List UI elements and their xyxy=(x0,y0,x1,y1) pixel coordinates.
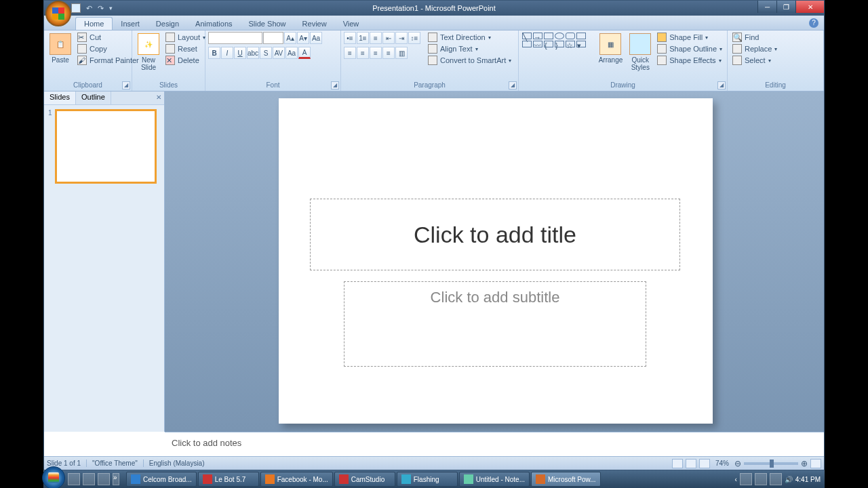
quicklaunch-desktop[interactable] xyxy=(68,473,80,485)
quicklaunch-more[interactable]: » xyxy=(113,473,119,485)
new-slide-button[interactable]: ✨New Slide xyxy=(135,32,162,73)
list-level-button[interactable]: ≡ xyxy=(370,32,382,44)
panel-close-icon[interactable]: ✕ xyxy=(156,94,161,101)
clear-format-button[interactable]: Aa xyxy=(310,32,322,44)
columns-button[interactable]: ▥ xyxy=(395,47,408,59)
taskbar-item[interactable]: Flashing xyxy=(397,472,458,487)
shape-outline-button[interactable]: Shape Outline▾ xyxy=(655,43,724,54)
taskbar-item[interactable]: Celcom Broad... xyxy=(126,472,197,487)
justify-button[interactable]: ≡ xyxy=(382,47,395,59)
clipboard-launcher[interactable]: ◢ xyxy=(122,81,130,89)
italic-button[interactable]: I xyxy=(221,47,233,59)
replace-button[interactable]: Replace▾ xyxy=(730,43,779,54)
delete-button[interactable]: ✕Delete xyxy=(163,55,208,66)
tab-review[interactable]: Review xyxy=(294,18,335,30)
save-icon[interactable] xyxy=(71,3,81,13)
undo-icon[interactable]: ↶ xyxy=(86,4,92,13)
tray-icon-1[interactable] xyxy=(740,473,752,485)
maximize-button[interactable]: ❐ xyxy=(776,1,795,13)
spacing-button[interactable]: AV xyxy=(273,47,285,59)
copy-button[interactable]: Copy xyxy=(75,43,141,54)
drawing-launcher[interactable]: ◢ xyxy=(717,81,726,89)
taskbar-item[interactable]: Untitled - Note... xyxy=(459,472,530,487)
status-language[interactable]: English (Malaysia) xyxy=(149,460,205,467)
title-placeholder[interactable]: Click to add title xyxy=(310,199,680,270)
redo-icon[interactable]: ↷ xyxy=(98,4,104,13)
dec-indent-button[interactable]: ⇤ xyxy=(382,32,395,44)
case-button[interactable]: Aa xyxy=(285,47,298,59)
taskbar-item[interactable]: Facebook - Mo... xyxy=(260,472,333,487)
tab-slideshow[interactable]: Slide Show xyxy=(241,18,294,30)
quicklaunch-explorer[interactable] xyxy=(83,473,95,485)
paragraph-launcher[interactable]: ◢ xyxy=(509,81,517,89)
taskbar-item[interactable]: CamStudio xyxy=(334,472,395,487)
tray-icon-3[interactable] xyxy=(770,473,782,485)
font-size-select[interactable] xyxy=(263,32,283,44)
arrange-button[interactable]: ▦Arrange xyxy=(596,32,626,65)
inc-indent-button[interactable]: ⇥ xyxy=(395,32,408,44)
shadow-button[interactable]: abc xyxy=(247,47,259,59)
align-right-button[interactable]: ≡ xyxy=(370,47,382,59)
qat-more-icon[interactable]: ▾ xyxy=(109,5,113,12)
zoom-in-button[interactable]: ⊕ xyxy=(801,459,808,468)
help-icon[interactable]: ? xyxy=(809,18,818,28)
strike-button[interactable]: S xyxy=(260,47,272,59)
tray-icon-2[interactable] xyxy=(755,473,767,485)
shapes-gallery[interactable]: ╲→ 〰{}☆▾ xyxy=(521,32,595,48)
quicklaunch-ie[interactable] xyxy=(98,473,110,485)
quick-styles-button[interactable]: Quick Styles xyxy=(627,32,654,73)
slide-editor[interactable]: Click to add title Click to add subtitle xyxy=(165,92,824,432)
tray-expand-icon[interactable]: ‹ xyxy=(734,476,736,483)
tray-volume-icon[interactable]: 🔊 xyxy=(785,476,793,483)
line-spacing-button[interactable]: ↕≡ xyxy=(408,32,420,44)
tab-view[interactable]: View xyxy=(335,18,368,30)
layout-button[interactable]: Layout▾ xyxy=(163,32,208,43)
numbering-button[interactable]: 1≡ xyxy=(357,32,369,44)
align-left-button[interactable]: ≡ xyxy=(344,47,356,59)
tray-clock[interactable]: 4:41 PM xyxy=(795,476,821,483)
zoom-percent[interactable]: 74% xyxy=(715,460,729,467)
notes-pane[interactable]: Click to add notes xyxy=(165,432,824,456)
underline-button[interactable]: U xyxy=(234,47,246,59)
shape-effects-button[interactable]: Shape Effects▾ xyxy=(655,55,724,66)
shrink-font-button[interactable]: A▾ xyxy=(297,32,309,44)
tab-animations[interactable]: Animations xyxy=(187,18,240,30)
zoom-out-button[interactable]: ⊖ xyxy=(734,459,741,468)
convert-smartart-button[interactable]: Convert to SmartArt▾ xyxy=(426,55,513,66)
normal-view-button[interactable] xyxy=(672,459,683,468)
shape-fill-button[interactable]: Shape Fill▾ xyxy=(655,32,724,43)
font-family-select[interactable] xyxy=(208,32,262,44)
close-button[interactable]: ✕ xyxy=(795,1,824,13)
slide-canvas[interactable]: Click to add title Click to add subtitle xyxy=(279,98,713,424)
find-button[interactable]: 🔍Find xyxy=(730,32,779,43)
tab-home[interactable]: Home xyxy=(75,17,113,30)
align-text-button[interactable]: Align Text▾ xyxy=(426,43,513,54)
font-color-button[interactable]: A xyxy=(298,47,311,59)
minimize-button[interactable]: ─ xyxy=(757,1,776,13)
align-center-button[interactable]: ≡ xyxy=(357,47,369,59)
zoom-slider[interactable] xyxy=(744,462,798,465)
start-button[interactable] xyxy=(42,466,65,488)
slide-thumbnail-1[interactable] xyxy=(55,109,157,184)
taskbar-item[interactable]: Le Bot 5.7 xyxy=(198,472,259,487)
grow-font-button[interactable]: A▴ xyxy=(284,32,296,44)
text-direction-button[interactable]: Text Direction▾ xyxy=(426,32,513,43)
panel-tab-slides[interactable]: Slides xyxy=(44,92,76,104)
bold-button[interactable]: B xyxy=(208,47,220,59)
select-button[interactable]: Select▾ xyxy=(730,55,779,66)
taskbar-item[interactable]: Microsoft Pow... xyxy=(531,472,601,487)
font-launcher[interactable]: ◢ xyxy=(331,81,339,89)
bullets-button[interactable]: •≡ xyxy=(344,32,356,44)
fit-window-button[interactable] xyxy=(810,459,821,468)
office-button[interactable] xyxy=(45,1,71,26)
cut-button[interactable]: ✂Cut xyxy=(75,32,141,43)
slideshow-view-button[interactable] xyxy=(699,459,710,468)
paste-button[interactable]: 📋Paste xyxy=(47,32,74,65)
tab-design[interactable]: Design xyxy=(148,18,187,30)
reset-button[interactable]: Reset xyxy=(163,43,208,54)
format-painter-button[interactable]: 🖌Format Painter xyxy=(75,55,141,66)
subtitle-placeholder[interactable]: Click to add subtitle xyxy=(344,281,646,367)
tab-insert[interactable]: Insert xyxy=(113,18,148,30)
sorter-view-button[interactable] xyxy=(686,459,696,468)
panel-tab-outline[interactable]: Outline xyxy=(76,92,111,104)
